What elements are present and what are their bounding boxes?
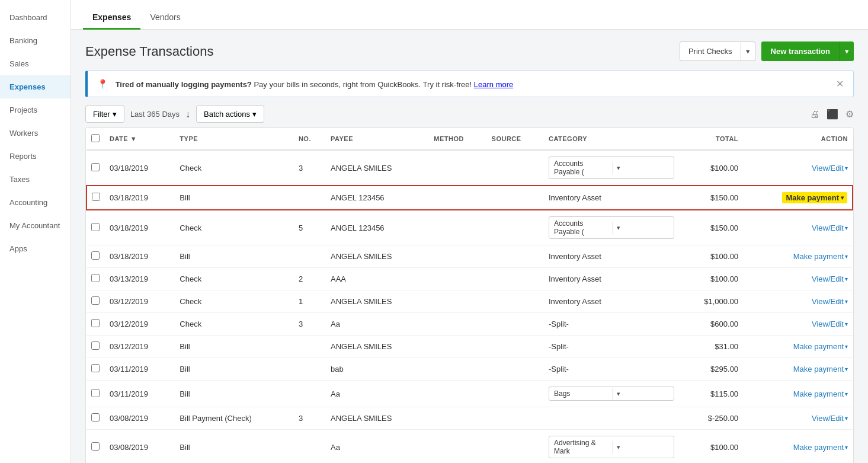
cell-payee: bab: [326, 358, 429, 381]
sort-icon[interactable]: ↓: [185, 109, 190, 120]
table-row: 03/08/2019BillAaAdvertising & Mark▾$100.…: [87, 430, 853, 464]
tab-expenses[interactable]: Expenses: [83, 5, 140, 30]
make-payment-highlighted-button[interactable]: Make payment ▾: [782, 192, 847, 203]
row-checkbox[interactable]: [91, 251, 100, 260]
row-checkbox[interactable]: [91, 389, 100, 397]
view-edit-button[interactable]: View/Edit ▾: [748, 414, 848, 423]
cell-total: $150.00: [679, 186, 743, 210]
content-area: Expense Transactions Print Checks ▾ New …: [71, 30, 868, 463]
row-checkbox[interactable]: [91, 319, 100, 327]
toolbar-left: Filter ▾ Last 365 Days ↓ Batch actions ▾: [85, 106, 264, 123]
make-payment-button[interactable]: Make payment ▾: [748, 252, 848, 261]
cell-date: 03/18/2019: [105, 150, 175, 186]
category-dropdown-arrow[interactable]: ▾: [613, 441, 674, 454]
cell-payee: Aa: [326, 430, 429, 464]
cell-type: Bill: [175, 245, 294, 268]
print-checks-button[interactable]: Print Checks: [680, 41, 741, 61]
table-header: DATE ▼ TYPE NO. PAYEE METHOD SOURCE CATE…: [87, 128, 853, 150]
cell-source: [487, 268, 544, 290]
banner-learn-more-link[interactable]: Learn more: [474, 80, 513, 89]
table-row: 03/11/2019Billbab-Split-$295.00Make paym…: [87, 358, 853, 381]
category-value: Advertising & Mark: [549, 436, 613, 458]
header-actions: Print Checks ▾ New transaction ▾: [680, 41, 854, 61]
cell-type: Bill: [175, 358, 294, 381]
batch-actions-button[interactable]: Batch actions ▾: [196, 106, 264, 123]
make-payment-button[interactable]: Make payment ▾: [748, 342, 848, 351]
view-edit-button[interactable]: View/Edit ▾: [748, 274, 848, 283]
cell-date: 03/13/2019: [105, 268, 175, 290]
cell-date: 03/12/2019: [105, 313, 175, 336]
category-dropdown[interactable]: Advertising & Mark▾: [549, 436, 674, 458]
cell-no: 2: [294, 268, 326, 290]
make-payment-button[interactable]: Make payment ▾: [748, 365, 848, 373]
category-value: Bags: [549, 387, 613, 400]
cell-category: -Split-: [544, 313, 679, 336]
row-checkbox[interactable]: [91, 341, 100, 350]
view-edit-button[interactable]: View/Edit ▾: [748, 297, 848, 306]
category-dropdown-arrow[interactable]: ▾: [613, 222, 674, 234]
col-date: DATE ▼: [105, 128, 175, 150]
row-checkbox[interactable]: [91, 364, 100, 372]
row-checkbox[interactable]: [91, 223, 100, 231]
select-all-checkbox[interactable]: [91, 134, 100, 142]
sidebar-item-reports[interactable]: Reports: [0, 145, 71, 168]
cell-source: [487, 430, 544, 464]
sidebar-item-dashboard[interactable]: Dashboard: [0, 6, 71, 29]
sidebar-item-apps[interactable]: Apps: [0, 237, 71, 260]
row-checkbox[interactable]: [92, 193, 100, 201]
settings-icon[interactable]: ⚙: [845, 108, 854, 120]
sidebar-item-my-accountant[interactable]: My Accountant: [0, 214, 71, 237]
sidebar-item-projects[interactable]: Projects: [0, 98, 71, 122]
action-dropdown-caret: ▾: [845, 321, 848, 327]
cell-action: View/Edit ▾: [743, 150, 853, 186]
new-transaction-button[interactable]: New transaction: [761, 41, 840, 61]
sidebar: DashboardBankingSalesExpensesProjectsWor…: [0, 0, 71, 463]
view-edit-button[interactable]: View/Edit ▾: [748, 223, 848, 232]
transactions-table: DATE ▼ TYPE NO. PAYEE METHOD SOURCE CATE…: [86, 128, 853, 463]
make-payment-button[interactable]: Make payment ▾: [748, 443, 848, 452]
category-dropdown[interactable]: Accounts Payable (▾: [549, 216, 674, 239]
make-payment-button[interactable]: Make payment ▾: [748, 389, 848, 398]
export-icon[interactable]: ⬛: [827, 108, 838, 120]
cell-action: View/Edit ▾: [743, 313, 853, 336]
cell-type: Bill: [175, 430, 294, 464]
filter-button[interactable]: Filter ▾: [85, 106, 124, 123]
print-icon[interactable]: 🖨: [810, 109, 819, 120]
tab-vendors[interactable]: Vendors: [140, 5, 190, 30]
cell-payee: Aa: [326, 381, 429, 407]
banner-close-button[interactable]: ✕: [836, 78, 844, 90]
action-dropdown-caret: ▾: [845, 298, 848, 305]
category-dropdown-arrow[interactable]: ▾: [613, 162, 674, 174]
top-nav: ExpensesVendors: [71, 0, 868, 30]
col-method: METHOD: [429, 128, 486, 150]
sidebar-item-sales[interactable]: Sales: [0, 52, 71, 75]
category-dropdown-arrow[interactable]: ▾: [613, 388, 674, 400]
action-dropdown-caret: ▾: [845, 165, 848, 171]
category-dropdown[interactable]: Bags▾: [549, 387, 674, 401]
new-transaction-dropdown[interactable]: ▾: [840, 41, 854, 61]
cell-method: [429, 407, 486, 430]
sidebar-item-banking[interactable]: Banking: [0, 29, 71, 52]
cell-total: $100.00: [679, 430, 743, 464]
action-dropdown-caret: ▾: [845, 444, 848, 451]
cell-payee: ANGEL 123456: [326, 186, 429, 210]
row-checkbox[interactable]: [91, 413, 100, 422]
cell-no: [294, 430, 326, 464]
cell-date: 03/08/2019: [105, 430, 175, 464]
print-checks-dropdown[interactable]: ▾: [741, 41, 755, 61]
sidebar-item-workers[interactable]: Workers: [0, 122, 71, 145]
sidebar-item-accounting[interactable]: Accounting: [0, 191, 71, 214]
cell-date: 03/11/2019: [105, 381, 175, 407]
cell-action: View/Edit ▾: [743, 210, 853, 245]
sidebar-item-expenses[interactable]: Expenses: [0, 75, 71, 98]
category-dropdown[interactable]: Accounts Payable (▾: [549, 157, 674, 179]
view-edit-button[interactable]: View/Edit ▾: [748, 320, 848, 328]
action-dropdown-caret: ▾: [845, 343, 848, 350]
row-checkbox[interactable]: [91, 442, 100, 451]
view-edit-button[interactable]: View/Edit ▾: [748, 164, 848, 173]
sidebar-item-taxes[interactable]: Taxes: [0, 168, 71, 191]
cell-no: 3: [294, 313, 326, 336]
row-checkbox[interactable]: [91, 296, 100, 305]
row-checkbox[interactable]: [91, 163, 100, 171]
row-checkbox[interactable]: [91, 274, 100, 282]
